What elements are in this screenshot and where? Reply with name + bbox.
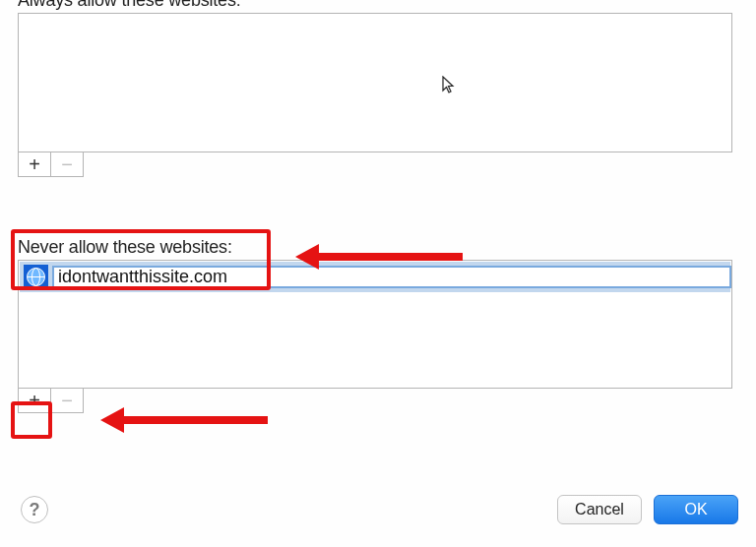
always-allow-list[interactable] bbox=[18, 13, 732, 152]
always-allow-button-strip: + − bbox=[18, 152, 738, 177]
never-allow-entry-row[interactable] bbox=[20, 262, 730, 292]
cancel-button[interactable]: Cancel bbox=[557, 495, 642, 524]
never-allow-entry-input[interactable] bbox=[52, 266, 731, 288]
never-remove-button[interactable]: − bbox=[50, 388, 84, 413]
never-add-button[interactable]: + bbox=[18, 388, 51, 413]
dialog-footer: ? Cancel OK bbox=[18, 488, 738, 531]
never-allow-list[interactable] bbox=[18, 260, 732, 389]
never-allow-label: Never allow these websites: bbox=[18, 237, 738, 258]
cursor-icon bbox=[442, 76, 456, 95]
never-allow-button-strip: + − bbox=[18, 388, 738, 413]
always-allow-label: Always allow these websites: bbox=[18, 0, 738, 11]
always-add-button[interactable]: + bbox=[18, 152, 51, 177]
globe-icon bbox=[24, 265, 48, 289]
always-remove-button[interactable]: − bbox=[50, 152, 84, 177]
help-button[interactable]: ? bbox=[21, 496, 48, 523]
ok-button[interactable]: OK bbox=[654, 495, 738, 524]
website-restrictions-pane: Always allow these websites: + − Never a… bbox=[0, 0, 756, 537]
